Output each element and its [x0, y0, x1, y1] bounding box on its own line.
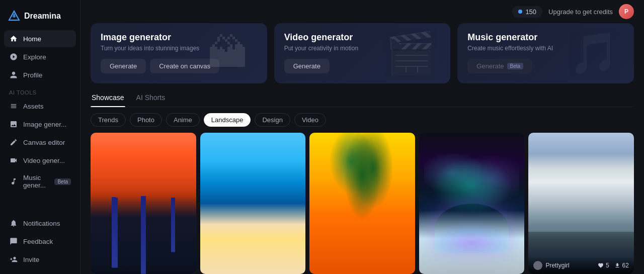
- canvas-icon: [9, 138, 18, 147]
- filter-landscape[interactable]: Landscape: [204, 113, 251, 127]
- sidebar-item-notifications[interactable]: Notifications: [4, 215, 76, 232]
- logo: Dreamina: [0, 6, 80, 30]
- sidebar-item-explore-label: Explore: [23, 53, 46, 61]
- sidebar-item-invite-label: Invite: [23, 256, 39, 263]
- sidebar-item-home-label: Home: [23, 35, 41, 43]
- heart-icon: [598, 262, 604, 268]
- sidebar-item-assets-label: Assets: [23, 103, 44, 110]
- tab-ai-shorts[interactable]: AI Shorts: [135, 90, 167, 107]
- main-content: 150 Upgrade to get credits P 🏔 Image gen…: [80, 0, 644, 274]
- gallery-item-beach[interactable]: [200, 133, 306, 274]
- home-icon: [9, 34, 18, 43]
- sidebar-item-video-gen[interactable]: Video gener...: [4, 152, 76, 169]
- tab-showcase[interactable]: Showcase: [91, 90, 125, 107]
- gallery-item-aurora[interactable]: [419, 133, 525, 274]
- sidebar-item-assets[interactable]: Assets: [4, 98, 76, 115]
- video-gen-icon: [9, 156, 18, 165]
- music-card-buttons: Generate Beta: [467, 59, 624, 73]
- sidebar-item-invite[interactable]: Invite: [4, 251, 76, 268]
- logo-text: Dreamina: [24, 12, 61, 21]
- explore-icon: [9, 52, 18, 61]
- gallery-likes-count: 5: [606, 262, 609, 269]
- video-card-title: Video generator: [284, 32, 441, 43]
- topbar: 150 Upgrade to get credits P: [80, 0, 644, 23]
- credits-dot: [518, 10, 522, 14]
- image-generate-button[interactable]: Generate: [101, 59, 146, 73]
- assets-icon: [9, 102, 18, 111]
- gallery-downloads: 62: [614, 262, 629, 269]
- filter-video[interactable]: Video: [294, 113, 326, 127]
- image-gen-icon: [9, 120, 18, 129]
- filter-photo[interactable]: Photo: [130, 113, 162, 127]
- music-generate-button[interactable]: Generate Beta: [467, 59, 532, 73]
- tools-nav: Assets Image gener... Canvas editor Vide…: [0, 98, 80, 193]
- filter-design[interactable]: Design: [255, 113, 290, 127]
- main-nav: Home Explore Profile: [0, 30, 80, 83]
- sidebar-item-music-gen-label: Music gener...: [23, 174, 47, 189]
- sidebar-item-canvas-label: Canvas editor: [23, 139, 65, 146]
- music-card-title: Music generator: [467, 32, 624, 43]
- credits-badge: 150: [512, 6, 542, 18]
- create-on-canvas-button[interactable]: Create on canvas: [150, 59, 219, 73]
- download-icon: [614, 262, 620, 268]
- image-card-desc: Turn your ideas into stunning images: [101, 45, 257, 52]
- image-card-title: Image generator: [101, 32, 257, 43]
- music-card-desc: Create music effortlessly with AI: [467, 45, 624, 52]
- sidebar-item-feedback[interactable]: Feedback: [4, 233, 76, 250]
- invite-icon: [9, 255, 18, 264]
- music-gen-badge: Beta: [54, 178, 71, 185]
- video-generator-card: 🎬 Video generator Put your creativity in…: [274, 23, 451, 83]
- cards-row: 🏔 Image generator Turn your ideas into s…: [80, 23, 644, 90]
- upgrade-link[interactable]: Upgrade to get credits: [548, 8, 613, 16]
- bottom-nav: Notifications Feedback Invite: [0, 215, 80, 268]
- gallery-avatar: [533, 261, 542, 270]
- image-generator-card: 🏔 Image generator Turn your ideas into s…: [91, 23, 267, 83]
- gallery-item-city[interactable]: [91, 133, 196, 274]
- video-card-desc: Put your creativity in motion: [284, 45, 441, 52]
- tabs-row: Showcase AI Shorts: [91, 90, 634, 107]
- sidebar-item-notifications-label: Notifications: [23, 220, 60, 227]
- gallery-user: Prettygirl: [533, 261, 569, 270]
- avatar[interactable]: P: [619, 4, 634, 19]
- credits-count: 150: [525, 8, 536, 16]
- sidebar-item-profile-label: Profile: [23, 71, 42, 79]
- profile-icon: [9, 70, 18, 79]
- sidebar-item-home[interactable]: Home: [4, 30, 76, 47]
- sidebar-item-feedback-label: Feedback: [23, 238, 53, 245]
- content-area: Showcase AI Shorts Trends Photo Anime La…: [80, 90, 644, 274]
- music-generator-card: 🎵 Music generator Create music effortles…: [457, 23, 634, 83]
- feedback-icon: [9, 237, 18, 246]
- sidebar-item-music-gen[interactable]: Music gener... Beta: [4, 170, 76, 193]
- bell-icon: [9, 219, 18, 228]
- filter-anime[interactable]: Anime: [166, 113, 200, 127]
- sidebar-item-image-gen-label: Image gener...: [23, 121, 66, 128]
- music-gen-icon: [9, 177, 18, 186]
- sidebar: Dreamina Home Explore Profile AI tools: [0, 0, 80, 274]
- gallery-stats: 5 62: [598, 262, 629, 269]
- logo-icon: [8, 10, 20, 22]
- sidebar-item-profile[interactable]: Profile: [4, 66, 76, 83]
- video-generate-button[interactable]: Generate: [284, 59, 330, 73]
- gallery-downloads-count: 62: [622, 262, 629, 269]
- gallery-overlay: Prettygirl 5 62: [528, 257, 634, 274]
- gallery-likes: 5: [598, 262, 609, 269]
- video-card-buttons: Generate: [284, 59, 441, 73]
- gallery-item-palm[interactable]: [309, 133, 415, 274]
- image-card-buttons: Generate Create on canvas: [101, 59, 257, 73]
- sidebar-item-canvas[interactable]: Canvas editor: [4, 134, 76, 151]
- gallery-item-mountain[interactable]: Prettygirl 5 62: [528, 133, 634, 274]
- music-beta-badge: Beta: [507, 63, 524, 69]
- sidebar-item-explore[interactable]: Explore: [4, 48, 76, 65]
- filter-trends[interactable]: Trends: [91, 113, 126, 127]
- sidebar-item-image-gen[interactable]: Image gener...: [4, 116, 76, 133]
- gallery: Prettygirl 5 62: [91, 133, 634, 274]
- ai-tools-label: AI tools: [0, 83, 80, 98]
- sidebar-item-video-gen-label: Video gener...: [23, 157, 65, 164]
- filter-row: Trends Photo Anime Landscape Design Vide…: [91, 113, 634, 127]
- gallery-username: Prettygirl: [545, 262, 569, 269]
